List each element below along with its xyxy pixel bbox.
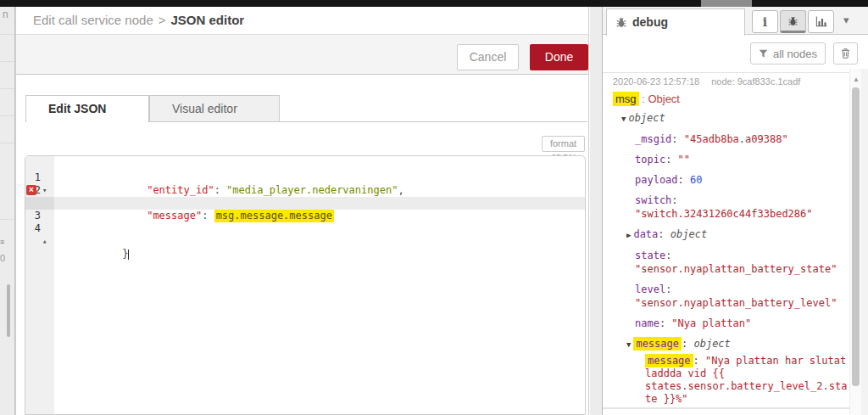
prop-switch-value: "switch.32431260c44f33bed286" [613, 208, 849, 221]
info-icon: i [763, 15, 767, 29]
msg-object-row: msg : Object [613, 93, 849, 105]
prop-level: level: [613, 283, 849, 296]
top-bar [0, 0, 868, 7]
bug-icon [615, 16, 627, 28]
dashboard-tab-button[interactable] [808, 10, 834, 33]
collapse-caret-icon[interactable]: ▼ [626, 340, 631, 349]
tab-visual-editor[interactable]: Visual editor [149, 95, 280, 121]
msg-label-highlighted: msg [613, 92, 639, 106]
prop-value: "sensor.nyaplattan_battery_level" [635, 297, 837, 309]
breadcrumb-parent[interactable]: Edit call service node [33, 13, 153, 27]
trash-icon [840, 48, 851, 59]
filter-all-nodes-label: all nodes [773, 48, 817, 60]
prop-value: "" [678, 154, 690, 165]
prop-msgid: _msgid: "45adb8ba.a09388" [613, 133, 849, 146]
prop-value: "45adb8ba.a09388" [684, 133, 788, 145]
panel-gap [590, 7, 602, 415]
code-indent [122, 210, 147, 222]
palette-divider [0, 115, 15, 116]
message-meta: 2020-06-23 12:57:18node: 9caf833c.1cadf [613, 76, 849, 87]
filter-all-nodes-button[interactable]: all nodes [750, 42, 826, 64]
editor-line-2[interactable]: 2 "entity_id": "media_player.nedervaning… [25, 171, 585, 184]
prop-value: "switch.32431260c44f33bed286" [635, 208, 813, 220]
code-key: "message" [147, 210, 202, 222]
debug-sidebar: debug i ▾ all nodes 2020-06-23 12:57:18n… [602, 7, 868, 415]
line-number: 4 [32, 222, 41, 235]
prop-key: switch [635, 194, 671, 206]
prop-value: "sensor.nyaplattan_battery_state" [635, 263, 837, 275]
prop-separator: : [659, 317, 671, 329]
dialog-toolbar: Cancel Done [16, 35, 588, 75]
palette-divider [0, 61, 15, 62]
debug-message-list: 2020-06-23 12:57:18node: 9caf833c.1cadf … [603, 69, 868, 415]
sidebar-menu-caret[interactable]: ▾ [843, 14, 849, 26]
editor-line-4[interactable]: 4 ▴ } [25, 197, 585, 210]
prop-inner-message: message: "Nya plattan har slutat laddda … [613, 355, 849, 406]
debug-tab-button[interactable] [780, 10, 806, 33]
highlighted-code-value: msg.message.message [214, 209, 334, 222]
prop-name: name: "Nya plattan" [613, 317, 849, 330]
editor-line-1[interactable]: 1 ▾ { [25, 159, 585, 171]
prop-state-value: "sensor.nyaplattan_battery_state" [613, 263, 849, 276]
object-type-label: object [693, 338, 730, 350]
code-text: } [122, 248, 128, 260]
prop-key: level [635, 283, 665, 295]
prop-separator: : [671, 133, 683, 145]
tab-edit-json[interactable]: Edit JSON [25, 95, 149, 122]
palette-text-fragment: 0 [0, 253, 5, 263]
prop-key: payload [635, 174, 678, 186]
panel-right-edge [861, 69, 868, 415]
error-icon: × [26, 185, 36, 195]
info-tab-button[interactable]: i [752, 10, 778, 33]
prop-message-object[interactable]: ▼message: object [613, 338, 849, 351]
prop-topic: topic: "" [613, 154, 849, 166]
prop-data[interactable]: ▶data: object [613, 228, 849, 242]
text-cursor [128, 250, 129, 260]
debug-message: 2020-06-23 12:57:18node: 9caf833c.1cadf … [603, 72, 849, 408]
topbar-scroll-indicator [701, 0, 752, 7]
cancel-button[interactable]: Cancel [457, 44, 519, 70]
prop-separator: : [665, 283, 671, 295]
clear-messages-button[interactable] [833, 42, 858, 64]
prop-switch: switch: [613, 194, 849, 207]
prop-value: "Nya plattan" [671, 317, 751, 329]
code-separator: : [202, 210, 214, 222]
debug-message-clipped: 2020-06-23 12:58:18node: 9caf833c.1cadf [603, 408, 849, 415]
scroll-up-arrow-icon[interactable]: ▲ [850, 76, 862, 83]
palette-scrollbar-thumb[interactable] [7, 284, 10, 337]
fold-close-icon[interactable]: ▴ [42, 235, 53, 248]
prop-value: 60 [690, 174, 702, 186]
debug-scrollbar[interactable]: ▲ [849, 69, 861, 415]
prop-separator: : [658, 228, 670, 240]
prop-level-value: "sensor.nyaplattan_battery_level" [613, 297, 849, 310]
collapse-caret-icon[interactable]: ▼ [621, 115, 626, 123]
prop-key: topic [635, 154, 665, 165]
prop-key: data [633, 228, 658, 240]
scrollbar-thumb[interactable] [852, 87, 860, 386]
format-json-button[interactable]: format JSON [542, 136, 585, 152]
line-number: 3 [32, 210, 41, 222]
palette-text-fragment: n [3, 8, 8, 20]
message-node-id: node: 9caf833c.1cadf [711, 76, 800, 87]
palette-divider [0, 143, 15, 143]
prop-separator: : [671, 194, 677, 206]
editor-line-3[interactable]: × 3 "message": msg.message.message [25, 184, 585, 197]
prop-key: state [635, 250, 665, 261]
done-button[interactable]: Done [530, 44, 588, 70]
workspace-palette-edge: n ≡ 0 [0, 7, 15, 415]
tab-debug-label: debug [632, 15, 668, 29]
palette-divider [0, 88, 15, 89]
message-timestamp: 2020-06-23 12:57:18 [613, 76, 699, 87]
object-type-label: object [628, 112, 665, 124]
prop-payload: payload: 60 [613, 174, 849, 187]
prop-key: _msgid [635, 133, 671, 145]
tab-debug[interactable]: debug [606, 8, 745, 36]
prop-separator: : [682, 338, 687, 350]
object-root-row[interactable]: ▼object [613, 112, 849, 126]
breadcrumb: Edit call service node>JSON editor [16, 7, 588, 35]
page-title: JSON editor [171, 13, 245, 27]
expand-caret-icon[interactable]: ▶ [626, 231, 631, 239]
palette-text-fragment: ≡ [0, 238, 4, 246]
palette-divider [0, 219, 15, 220]
json-code-editor[interactable]: 1 ▾ { 2 "entity_id": "media_player.neder… [25, 155, 586, 415]
